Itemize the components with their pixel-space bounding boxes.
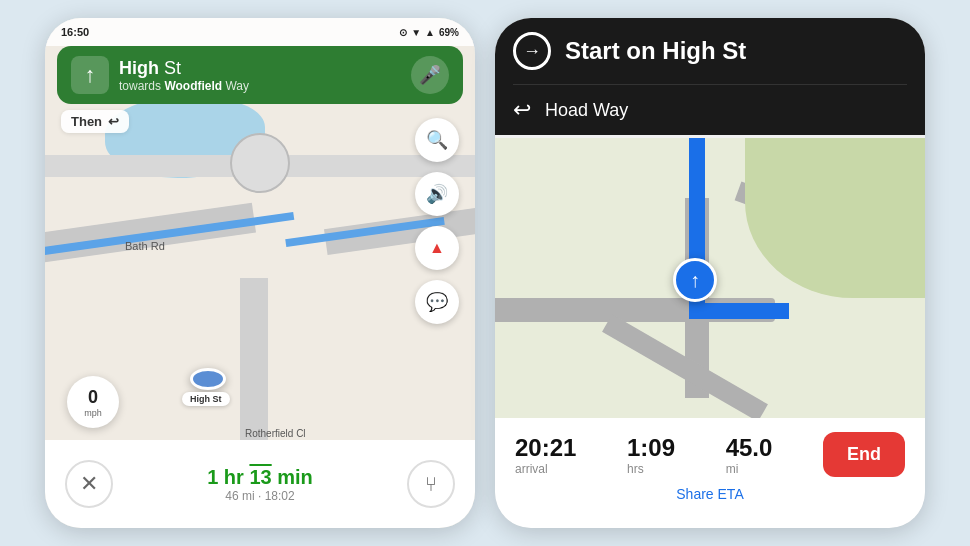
- arrival-label: arrival: [515, 462, 576, 476]
- status-icons: ⊙ ▼ ▲ 69%: [399, 27, 459, 38]
- distance-label: mi: [726, 462, 773, 476]
- nav-arrow-symbol: ↑: [690, 269, 700, 292]
- volume-button[interactable]: 🔊: [415, 172, 459, 216]
- user-location: High St: [190, 368, 226, 390]
- distance-value: 45.0: [726, 434, 773, 462]
- green-park-area: [745, 138, 925, 298]
- nav-street-info: High St towards Woodfield Way: [119, 58, 401, 93]
- share-row: Share ETA: [515, 483, 905, 511]
- eta-info: 1 hr 13 min 46 mi · 18:02: [113, 466, 407, 503]
- street-name-bold: High: [119, 58, 159, 78]
- map-area-right: ↑: [495, 138, 925, 418]
- right-phone: → Start on High St ↩ Hoad Way ↑ 20:21 ar…: [495, 18, 925, 528]
- towards-street: Woodfield: [164, 79, 222, 93]
- eta-sub: 46 mi · 18:02: [113, 489, 407, 503]
- cancel-icon: ✕: [80, 471, 98, 497]
- turn-left-icon: ↩: [513, 97, 531, 123]
- nav-primary-row: → Start on High St: [513, 32, 907, 84]
- arrival-stat: 20:21 arrival: [515, 434, 576, 476]
- left-phone: Bath Rd Bath Rd Rotherfield Cl ld High S…: [45, 18, 475, 528]
- arrival-time: 20:21: [515, 434, 576, 462]
- duration-stat: 1:09 hrs: [627, 434, 675, 476]
- speed-indicator: 0 mph: [67, 376, 119, 428]
- cancel-button[interactable]: ✕: [65, 460, 113, 508]
- route-options-button[interactable]: ⑂: [407, 460, 455, 508]
- bottom-bar-right: 20:21 arrival 1:09 hrs 45.0 mi End Share…: [495, 418, 925, 528]
- status-bar: 16:50 ⊙ ▼ ▲ 69%: [45, 18, 475, 46]
- eta-minutes: 13: [249, 466, 271, 488]
- rotherfield-label: Rotherfield Cl: [245, 428, 306, 439]
- road-horizontal-top: [45, 155, 245, 177]
- start-icon-container: →: [513, 32, 551, 70]
- battery-icon: 69%: [439, 27, 459, 38]
- nav-secondary-row: ↩ Hoad Way: [513, 84, 907, 135]
- eta-time: 1 hr 13 min: [113, 466, 407, 489]
- up-arrow-icon: ↑: [85, 62, 96, 88]
- nav-header-left: ↑ High St towards Woodfield Way 🎤 Then ↩: [57, 46, 463, 133]
- nav-main-card: ↑ High St towards Woodfield Way 🎤: [57, 46, 463, 104]
- nav-header-dark: → Start on High St ↩ Hoad Way: [495, 18, 925, 135]
- roundabout: [230, 133, 290, 193]
- compass-button[interactable]: ▲: [415, 226, 459, 270]
- user-dot: [190, 368, 226, 390]
- duration-label: hrs: [627, 462, 675, 476]
- nav-street-name: High St: [119, 58, 401, 79]
- end-button[interactable]: End: [823, 432, 905, 477]
- location-icon: ⊙: [399, 27, 407, 38]
- duration-value: 1:09: [627, 434, 675, 462]
- speed-unit: mph: [84, 408, 102, 418]
- wifi-icon: ▲: [425, 27, 435, 38]
- start-circle-icon: →: [513, 32, 551, 70]
- then-arrow-icon: ↩: [108, 114, 119, 129]
- then-label: Then: [71, 114, 102, 129]
- start-arrow-icon: →: [523, 41, 541, 62]
- high-st-label: High St: [182, 392, 230, 406]
- street-name-suffix: St: [159, 58, 181, 78]
- bath-rd-label: Bath Rd: [125, 240, 165, 252]
- share-eta-link[interactable]: Share ETA: [676, 486, 743, 502]
- nav-then-card: Then ↩: [61, 110, 129, 133]
- towards-suffix: Way: [222, 79, 249, 93]
- nav-direction-box: ↑: [71, 56, 109, 94]
- signal-icon: ▼: [411, 27, 421, 38]
- map-buttons: 🔍 🔊 ▲ 💬: [415, 118, 459, 324]
- navigation-arrow: ↑: [673, 258, 717, 302]
- nav-secondary-text: Hoad Way: [545, 100, 628, 121]
- compass-icon: ▲: [429, 239, 445, 257]
- mic-button[interactable]: 🎤: [411, 56, 449, 94]
- report-button[interactable]: 💬: [415, 280, 459, 324]
- status-time: 16:50: [61, 26, 89, 38]
- speed-value: 0: [88, 387, 98, 408]
- route-icon: ⑂: [425, 473, 437, 496]
- nav-primary-text: Start on High St: [565, 37, 746, 65]
- route-line-turn: [689, 303, 789, 319]
- nav-towards: towards Woodfield Way: [119, 79, 401, 93]
- distance-stat: 45.0 mi: [726, 434, 773, 476]
- bottom-bar-left: ✕ 1 hr 13 min 46 mi · 18:02 ⑂: [45, 440, 475, 528]
- stats-row: 20:21 arrival 1:09 hrs 45.0 mi End: [515, 418, 905, 483]
- towards-label: towards: [119, 79, 161, 93]
